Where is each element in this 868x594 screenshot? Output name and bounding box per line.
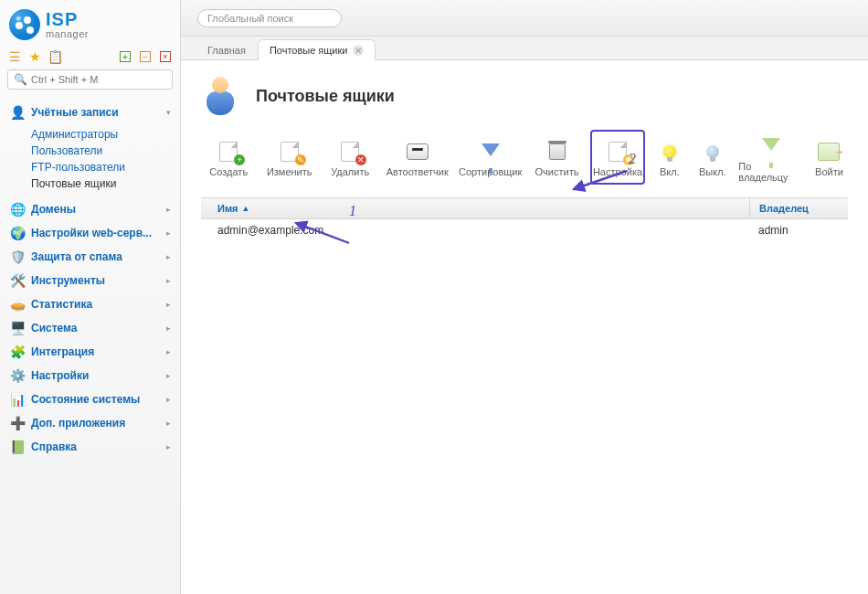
table-row[interactable]: admin@example.com admin [201, 219, 848, 241]
create-button[interactable]: + Создать [201, 130, 256, 185]
table-header: Имя ▲ Владелец [201, 197, 848, 219]
nav-sub-ftp[interactable]: FTP-пользователи [31, 159, 180, 175]
nav-group-state[interactable]: 📊 Состояние системы ▸ [0, 387, 180, 411]
on-button[interactable]: Вкл. [651, 130, 688, 185]
content: Почтовые ящики + Создать ✎ Изменить ✕ Уд… [181, 60, 868, 594]
sidebar: ISP manager ☰ ★ 📋 🔍 👤 Учётные записи ▾ А… [0, 0, 181, 594]
nav-group-settings[interactable]: ⚙️ Настройки ▸ [0, 364, 180, 387]
btn-label: Очистить [535, 166, 579, 177]
x-icon: ✕ [355, 154, 366, 165]
nav-label: Справка [31, 440, 163, 453]
chevron-right-icon: ▸ [166, 276, 171, 285]
sidebar-search-field[interactable]: 🔍 [7, 69, 173, 90]
funnel-owner-icon [762, 138, 780, 151]
chevron-right-icon: ▸ [166, 371, 171, 380]
col-name-label: Имя [217, 203, 238, 214]
gear-icon: ⚙️ [9, 368, 26, 383]
help-icon: 📗 [9, 440, 26, 454]
cell-name: admin@example.com [201, 224, 749, 237]
accounts-icon: 👤 [9, 105, 26, 120]
logo-icon [9, 9, 40, 40]
topbar: Глобальный поиск [181, 0, 868, 37]
edit-button[interactable]: ✎ Изменить [261, 130, 316, 185]
autoresponder-button[interactable]: Автоответчик [383, 130, 451, 185]
bulb-off-icon [706, 145, 719, 158]
tools-icon: 🛠️ [9, 273, 26, 288]
off-button[interactable]: Выкл. [693, 130, 731, 185]
close-icon[interactable]: ✕ [353, 45, 364, 56]
delete-button[interactable]: ✕ Удалить [323, 130, 377, 185]
global-search-placeholder: Глобальный поиск [207, 13, 293, 24]
addon-icon: ➕ [9, 416, 26, 430]
nav-label: Интеграция [31, 345, 163, 358]
page-header: Почтовые ящики [201, 75, 848, 117]
sort-asc-icon: ▲ [241, 204, 249, 213]
nav-sub-accounts: Администраторы Пользователи FTP-пользова… [0, 124, 180, 197]
nav-group-help[interactable]: 📗 Справка ▸ [0, 435, 180, 459]
chevron-right-icon: ▸ [166, 347, 171, 356]
toolbar-list-icon[interactable]: ☰ [7, 49, 22, 64]
nav-label: Доп. приложения [31, 417, 163, 430]
chevron-right-icon: ▸ [166, 442, 171, 451]
by-owner-button[interactable]: По владельцу [736, 130, 805, 185]
nav-group-spam[interactable]: 🛡️ Защита от спама ▸ [0, 245, 180, 269]
clear-button[interactable]: Очистить [529, 130, 584, 185]
login-button[interactable]: Войти [810, 130, 848, 185]
logo-title: ISP [46, 10, 89, 29]
nav-sub-admins[interactable]: Администраторы [31, 126, 180, 143]
search-icon: 🔍 [14, 73, 27, 86]
tab-main[interactable]: Главная [196, 39, 258, 60]
collapse-all-button[interactable] [138, 49, 153, 64]
mailbox-user-icon [201, 75, 243, 117]
expand-all-button[interactable] [118, 49, 132, 64]
btn-label: Настройка [593, 166, 642, 177]
toolbar-clip-icon[interactable]: 📋 [48, 49, 62, 64]
plus-icon: + [234, 154, 245, 165]
chevron-right-icon: ▸ [166, 419, 171, 428]
setup-button[interactable]: ✹ Настройка [590, 130, 645, 185]
stats-icon: 🥧 [9, 297, 26, 312]
nav-label: Домены [31, 203, 163, 216]
trash-icon [549, 143, 566, 160]
sidebar-search-input[interactable] [31, 74, 166, 85]
chevron-down-icon: ▾ [166, 108, 171, 117]
col-name[interactable]: Имя ▲ [201, 203, 749, 214]
chevron-right-icon: ▸ [166, 324, 171, 333]
toolbar-fav-icon[interactable]: ★ [27, 49, 42, 64]
nav-group-tools[interactable]: 🛠️ Инструменты ▸ [0, 269, 180, 292]
chevron-right-icon: ▸ [166, 395, 171, 404]
plugin-icon: 🧩 [9, 345, 26, 359]
nav-group-integration[interactable]: 🧩 Интеграция ▸ [0, 340, 180, 364]
btn-label: Создать [209, 166, 248, 177]
col-owner[interactable]: Владелец [749, 198, 848, 218]
tab-mailboxes[interactable]: Почтовые ящики ✕ [258, 39, 376, 60]
chevron-right-icon: ▸ [166, 300, 171, 309]
pencil-icon: ✎ [295, 154, 306, 165]
btn-label: Изменить [267, 166, 312, 177]
nav-group-system[interactable]: 🖥️ Система ▸ [0, 316, 180, 340]
nav-group-accounts[interactable]: 👤 Учётные записи ▾ [0, 101, 180, 124]
nav-group-stats[interactable]: 🥧 Статистика ▸ [0, 292, 180, 316]
close-all-button[interactable] [158, 49, 173, 64]
sorter-button[interactable]: Сортировщик [457, 130, 524, 185]
chevron-right-icon: ▸ [166, 228, 171, 238]
nav-group-domains[interactable]: 🌐 Домены ▸ [0, 197, 180, 221]
nav-group-web[interactable]: 🌍 Настройки web-серв... ▸ [0, 221, 180, 245]
global-search[interactable]: Глобальный поиск [197, 9, 342, 27]
chevron-right-icon: ▸ [166, 205, 171, 214]
nav-sub-users[interactable]: Пользователи [31, 143, 180, 159]
funnel-icon [482, 143, 500, 156]
nav-label: Состояние системы [31, 393, 163, 406]
shield-icon: 🛡️ [9, 249, 26, 264]
nav-sub-mailboxes[interactable]: Почтовые ящики [31, 175, 180, 192]
web-icon: 🌍 [9, 226, 26, 240]
side-toolbar: ☰ ★ 📋 [0, 46, 180, 69]
nav-group-addons[interactable]: ➕ Доп. приложения ▸ [0, 411, 180, 435]
chevron-right-icon: ▸ [166, 252, 171, 261]
sidebar-search: 🔍 [0, 69, 180, 95]
page-title: Почтовые ящики [256, 87, 395, 106]
btn-label: Вкл. [660, 166, 680, 177]
btn-label: Автоответчик [386, 166, 449, 177]
domain-icon: 🌐 [9, 202, 26, 217]
cell-owner: admin [749, 224, 848, 237]
